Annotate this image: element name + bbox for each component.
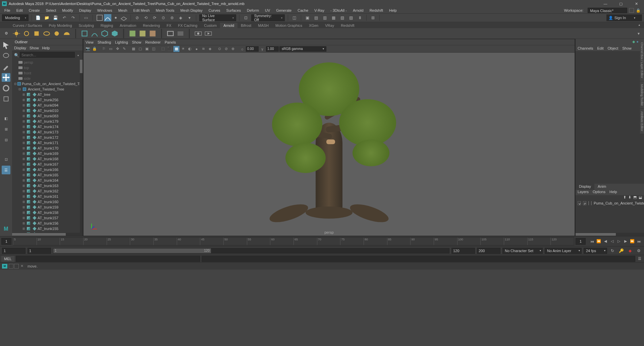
arnold-skydome-icon[interactable] [22,29,31,38]
shelf-scroll-down-icon[interactable]: ▾ [635,30,642,37]
shelf-tab-xgen[interactable]: XGen [306,23,322,28]
arnold-photometric-icon[interactable] [42,29,51,38]
shelf-tab-curves[interactable]: Curves / Surfaces [9,23,45,28]
outliner-item[interactable]: ⊞AT_trunk158 [12,210,83,215]
history-off-icon[interactable]: ⊘ [134,14,141,21]
snap-grid-icon[interactable] [96,14,103,21]
shelf-tab-motiongraphics[interactable]: Motion Graphics [272,23,306,28]
play-backwards-icon[interactable]: ◁ [609,238,615,244]
range-slider-thumb[interactable]: 1 120 [53,248,211,253]
vp-menu-shading[interactable]: Shading [98,40,111,44]
timeline-current-frame-right[interactable]: 1 [576,238,586,245]
menu-surfaces[interactable]: Surfaces [224,8,243,13]
vp-shadows-icon[interactable]: ◐ [187,46,193,52]
signin-button[interactable]: 👤 Sign In ▾ [606,14,642,21]
minimize-button[interactable]: — [598,0,613,7]
outliner-item[interactable]: ⊞AT_trunk161 [12,194,83,199]
side-tab-channelbox[interactable]: Channel Box / Layer Editor [640,40,644,81]
last-tool-icon[interactable]: ◧ [2,114,10,123]
side-tab-attributeeditor[interactable]: Attribute Editor [640,109,644,134]
menu-editmesh[interactable]: Edit Mesh [131,8,152,13]
outliner-scrollbar[interactable] [80,60,83,233]
render-view-icon[interactable]: ▦ [330,14,337,21]
character-set-dropdown[interactable]: No Character Set [502,248,543,254]
play-forwards-icon[interactable]: ▷ [616,238,622,244]
shelf-tab-fx[interactable]: FX [163,23,175,28]
range-end-outer[interactable]: 200 [477,248,500,254]
arnold-tx-delete-icon[interactable] [148,29,157,38]
outliner-item[interactable]: ⊞AT_trunk169 [12,151,83,156]
vp-gate-mask-icon[interactable]: ◫ [151,46,157,52]
shelf-tab-bifrost[interactable]: Bifrost [237,23,255,28]
arnold-render-settings-icon[interactable] [176,29,185,38]
outliner-item[interactable]: top [12,65,83,70]
isolate-icon[interactable]: ◫ [291,14,298,21]
step-forward-frame-icon[interactable]: ▶ [623,238,629,244]
script-language-label[interactable]: MEL [1,256,14,262]
menu-arnold[interactable]: Arnold [351,8,366,13]
arnold-renderview-icon[interactable] [194,29,203,38]
layout-stack-icon[interactable]: ⊡ [2,155,10,164]
prefs-icon[interactable]: ⚙ [635,247,642,254]
layer-move-up-icon[interactable]: ⬆ [623,195,626,200]
history-icon[interactable]: ⟲ [143,14,149,21]
new-scene-icon[interactable]: 📄 [35,14,42,21]
outliner-item[interactable]: ⊞AT_trunk256 [12,97,83,103]
outliner-item[interactable]: ⊞AT_trunk172 [12,135,83,140]
chevron-down-icon[interactable]: ▾ [186,14,193,21]
menu-generate[interactable]: Generate [274,8,294,13]
vp-xray-icon[interactable]: ⊘ [223,46,229,52]
workspace-dropdown[interactable]: Maya Classic* [588,8,627,13]
select-mode-icon[interactable]: ▭ [83,14,90,21]
vp-menu-view[interactable]: View [86,40,94,44]
outliner-item[interactable]: ⊞AT_trunk166 [12,167,83,172]
menu-redshift[interactable]: Redshift [367,8,385,13]
outliner-item[interactable]: ⊞AT_trunk163 [12,183,83,188]
outliner-item[interactable]: side [12,76,83,81]
menu-edit[interactable]: Edit [14,8,25,13]
shelf-tab-redshift[interactable]: Redshift [337,23,358,28]
outliner-item[interactable]: ⊞AT_trunk170 [12,146,83,151]
outliner-item[interactable]: ⊞AT_trunk167 [12,162,83,167]
layer-new-empty-icon[interactable]: ⬒ [633,195,637,200]
snap-curve-icon[interactable] [104,14,111,21]
undo-icon[interactable]: ↶ [61,14,68,21]
outliner-toggle-icon[interactable]: ☰ [2,166,10,174]
outliner-item[interactable]: ⊞AT_trunk162 [12,188,83,194]
vp-menu-panels[interactable]: Panels [165,40,176,44]
arnold-physical-sky-icon[interactable] [62,29,71,38]
layer-new-selected-icon[interactable]: ⬓ [639,195,642,200]
time-slider[interactable]: 5101520253035404550556065707580859095100… [13,237,574,245]
outliner-tree[interactable]: persptopfrontside⊟Puma_Cub_on_Ancient_Tw… [12,60,83,233]
vp-menu-renderer[interactable]: Renderer [145,40,161,44]
save-scene-icon[interactable]: 💾 [52,14,59,21]
outliner-item[interactable]: ⊟Puma_Cub_on_Ancient_Twisted_Tree_ [12,81,83,86]
menu-mesh[interactable]: Mesh [116,8,129,13]
cb-tab-show[interactable]: Show [622,46,632,50]
cb-icon-1[interactable]: ◆ [632,40,635,44]
outliner-menu-display[interactable]: Display [14,46,26,50]
select-tool-icon[interactable] [2,41,10,50]
vp-isolate-icon[interactable]: ⊙ [216,46,222,52]
graph-icon[interactable]: ◈ [177,14,184,21]
vp-xray-joints-icon[interactable]: ⊕ [230,46,236,52]
vp-grease-icon[interactable]: ✎ [121,46,127,52]
go-to-start-icon[interactable]: ⏮ [589,238,595,244]
fps-dropdown[interactable]: 24 fps [584,248,607,254]
outliner-item[interactable]: ⊞AT_trunk083 [12,113,83,119]
shelf-tab-animation[interactable]: Animation [116,23,140,28]
ipr-icon[interactable]: ▤ [313,14,320,21]
outliner-item[interactable]: front [12,70,83,76]
chevron-down-icon[interactable]: ▾ [75,52,82,59]
menu-display[interactable]: Display [77,8,94,13]
vp-motionblur-icon[interactable]: ≋ [200,46,206,52]
vp-wireframe-icon[interactable]: ⬚ [160,46,166,52]
scale-tool-icon[interactable] [2,95,10,103]
display-layer-row[interactable]: V P Puma_Cub_on_Ancient_Twiste [576,200,644,206]
outliner-item[interactable]: ⊞AT_trunk174 [12,124,83,129]
outliner-item[interactable]: ⊞AT_trunk155 [12,226,83,231]
magnet-icon[interactable]: ⊡ [243,14,249,21]
menu-uv[interactable]: UV [263,8,272,13]
vp-menu-lighting[interactable]: Lighting [115,40,128,44]
close-button[interactable]: ✕ [629,0,644,7]
